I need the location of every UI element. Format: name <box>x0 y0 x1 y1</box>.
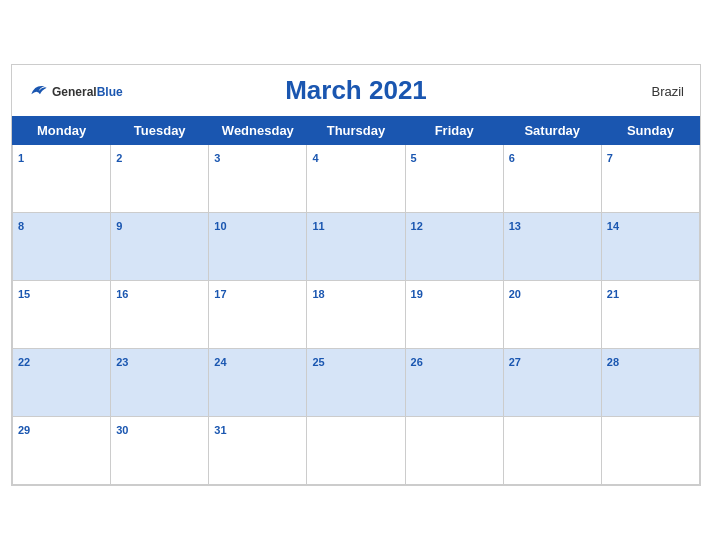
day-cell: 23 <box>111 349 209 417</box>
calendar-table: Monday Tuesday Wednesday Thursday Friday… <box>12 116 700 485</box>
weekday-saturday: Saturday <box>503 117 601 145</box>
day-cell: 2 <box>111 145 209 213</box>
day-cell-empty <box>601 417 699 485</box>
day-cell: 21 <box>601 281 699 349</box>
day-cell: 17 <box>209 281 307 349</box>
day-cell: 9 <box>111 213 209 281</box>
day-cell: 11 <box>307 213 405 281</box>
day-cell: 7 <box>601 145 699 213</box>
weekday-wednesday: Wednesday <box>209 117 307 145</box>
weekday-friday: Friday <box>405 117 503 145</box>
day-cell: 18 <box>307 281 405 349</box>
weekday-monday: Monday <box>13 117 111 145</box>
calendar-title: March 2021 <box>285 75 427 106</box>
week-row-4: 22 23 24 25 26 27 28 <box>13 349 700 417</box>
day-cell: 22 <box>13 349 111 417</box>
day-cell: 4 <box>307 145 405 213</box>
day-cell: 24 <box>209 349 307 417</box>
day-cell-empty <box>503 417 601 485</box>
day-cell: 12 <box>405 213 503 281</box>
calendar-container: GeneralBlue March 2021 Brazil Monday Tue… <box>11 64 701 486</box>
day-cell: 6 <box>503 145 601 213</box>
week-row-2: 8 9 10 11 12 13 14 <box>13 213 700 281</box>
day-cell: 3 <box>209 145 307 213</box>
logo-area: GeneralBlue <box>28 81 123 101</box>
day-cell: 5 <box>405 145 503 213</box>
day-cell: 31 <box>209 417 307 485</box>
calendar-tbody: 1 2 3 4 5 6 7 8 9 10 11 12 13 14 15 16 <box>13 145 700 485</box>
day-cell: 15 <box>13 281 111 349</box>
day-cell: 14 <box>601 213 699 281</box>
weekday-header-row: Monday Tuesday Wednesday Thursday Friday… <box>13 117 700 145</box>
day-cell: 1 <box>13 145 111 213</box>
logo-bird-icon <box>28 81 48 101</box>
day-cell: 19 <box>405 281 503 349</box>
day-cell: 25 <box>307 349 405 417</box>
week-row-5: 29 30 31 <box>13 417 700 485</box>
day-cell: 20 <box>503 281 601 349</box>
week-row-3: 15 16 17 18 19 20 21 <box>13 281 700 349</box>
day-cell-empty <box>307 417 405 485</box>
weekday-sunday: Sunday <box>601 117 699 145</box>
day-cell-empty <box>405 417 503 485</box>
logo-blue: Blue <box>97 85 123 99</box>
day-cell: 8 <box>13 213 111 281</box>
calendar-header: GeneralBlue March 2021 Brazil <box>12 65 700 116</box>
country-label: Brazil <box>651 83 684 98</box>
logo-general: General <box>52 85 97 99</box>
day-cell: 10 <box>209 213 307 281</box>
day-cell: 28 <box>601 349 699 417</box>
week-row-1: 1 2 3 4 5 6 7 <box>13 145 700 213</box>
weekday-thursday: Thursday <box>307 117 405 145</box>
day-cell: 26 <box>405 349 503 417</box>
calendar-thead: Monday Tuesday Wednesday Thursday Friday… <box>13 117 700 145</box>
day-cell: 16 <box>111 281 209 349</box>
day-cell: 30 <box>111 417 209 485</box>
day-cell: 27 <box>503 349 601 417</box>
logo-text: GeneralBlue <box>52 82 123 100</box>
day-cell: 13 <box>503 213 601 281</box>
day-cell: 29 <box>13 417 111 485</box>
weekday-tuesday: Tuesday <box>111 117 209 145</box>
